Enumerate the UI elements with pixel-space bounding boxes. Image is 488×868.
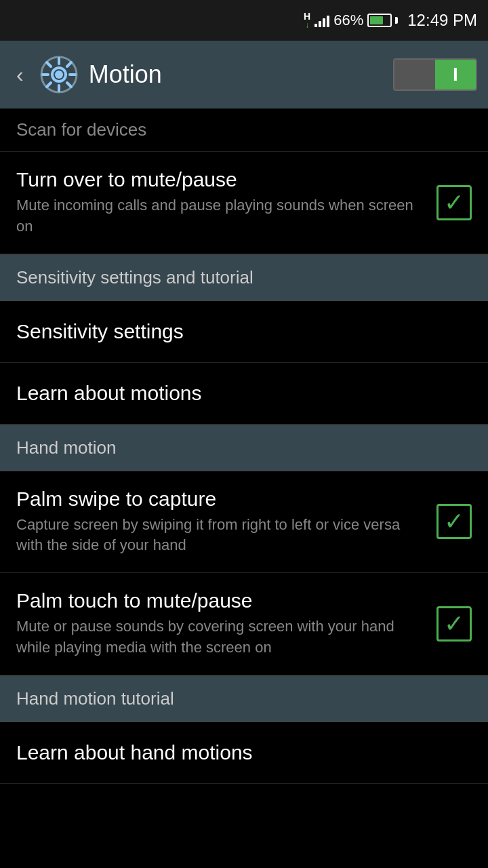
sensitivity-settings-label: Sensitivity settings (16, 320, 184, 343)
sensitivity-settings-row[interactable]: Sensitivity settings (0, 301, 488, 363)
app-bar: ‹ Motion I (0, 41, 488, 108)
sensitivity-section-header: Sensitivity settings and tutorial (0, 254, 488, 301)
back-button[interactable]: ‹ (11, 57, 29, 93)
svg-point-10 (55, 71, 63, 79)
status-icons: H ↓ 66% 12:49 PM (304, 11, 477, 30)
network-icon: H ↓ (304, 12, 310, 29)
learn-hand-motions-label: Learn about hand motions (16, 741, 253, 764)
hand-motion-tutorial-header: Hand motion tutorial (0, 675, 488, 722)
checkmark-icon: ✓ (444, 509, 464, 534)
learn-motions-label: Learn about motions (16, 382, 202, 405)
palm-touch-row[interactable]: Palm touch to mute/pause Mute or pause s… (0, 573, 488, 675)
checkmark-icon: ✓ (444, 191, 464, 215)
checkmark-icon: ✓ (444, 612, 464, 636)
hand-motion-section-header: Hand motion (0, 425, 488, 471)
palm-touch-checkbox[interactable]: ✓ (436, 606, 472, 642)
battery-percent: 66% (333, 12, 363, 29)
palm-touch-title: Palm touch to mute/pause (16, 589, 426, 612)
clock: 12:49 PM (407, 11, 477, 30)
settings-icon (40, 56, 78, 94)
palm-touch-desc: Mute or pause sounds by covering screen … (16, 616, 426, 658)
palm-swipe-row[interactable]: Palm swipe to capture Capture screen by … (0, 471, 488, 574)
turn-over-mute-content: Turn over to mute/pause Mute incoming ca… (16, 168, 426, 237)
toggle-off-segment (394, 60, 435, 90)
signal-icon (314, 14, 329, 27)
turn-over-mute-desc: Mute incoming calls and pause playing so… (16, 195, 426, 237)
content-area: Scan for devices Turn over to mute/pause… (0, 108, 488, 784)
scan-devices-label: Scan for devices (16, 119, 146, 140)
learn-hand-motions-row[interactable]: Learn about hand motions (0, 722, 488, 784)
battery-icon (367, 14, 398, 27)
master-toggle[interactable]: I (393, 58, 477, 91)
scan-devices-row[interactable]: Scan for devices (0, 108, 488, 152)
palm-touch-content: Palm touch to mute/pause Mute or pause s… (16, 589, 426, 658)
palm-swipe-title: Palm swipe to capture (16, 488, 426, 511)
palm-swipe-content: Palm swipe to capture Capture screen by … (16, 488, 426, 557)
status-bar: H ↓ 66% 12:49 PM (0, 0, 488, 41)
toggle-on-segment: I (435, 60, 476, 90)
palm-swipe-checkbox[interactable]: ✓ (436, 504, 472, 539)
page-title: Motion (89, 60, 382, 89)
turn-over-mute-row[interactable]: Turn over to mute/pause Mute incoming ca… (0, 152, 488, 254)
turn-over-mute-title: Turn over to mute/pause (16, 168, 426, 191)
turn-over-mute-checkbox[interactable]: ✓ (436, 185, 472, 220)
palm-swipe-desc: Capture screen by swiping it from right … (16, 515, 426, 557)
learn-motions-row[interactable]: Learn about motions (0, 363, 488, 425)
